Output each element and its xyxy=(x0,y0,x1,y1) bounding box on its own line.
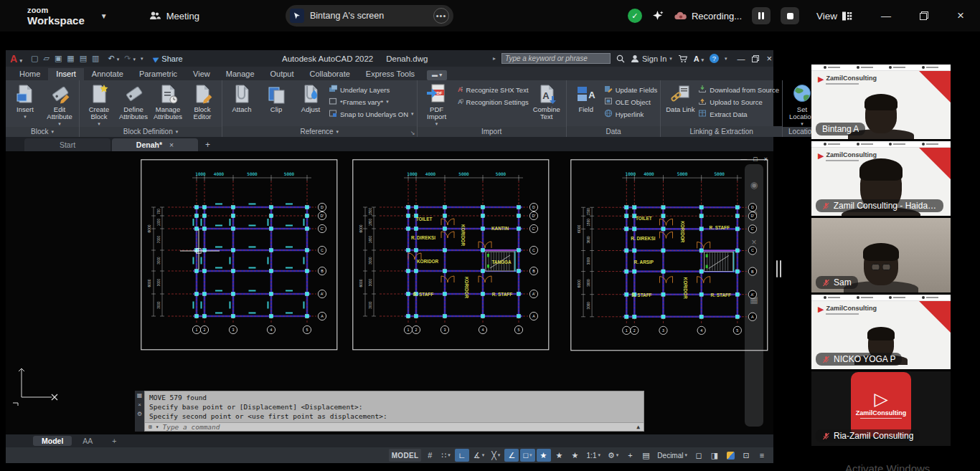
acad-minimize-button[interactable]: — xyxy=(737,54,745,63)
status-annotation-scale[interactable]: 1:1▾ xyxy=(584,449,603,462)
tab-meeting[interactable]: Meeting xyxy=(149,11,199,22)
sign-in-button[interactable]: Sign In ▾ xyxy=(631,54,672,63)
ribbon-button-pdf-import[interactable]: PDFPDF Import▾ xyxy=(420,82,453,127)
status-ortho-mode[interactable]: ∟ xyxy=(455,449,469,462)
ribbon-tab-parametric[interactable]: Parametric xyxy=(131,68,185,80)
pause-recording-button[interactable] xyxy=(752,7,771,24)
command-panel-grip[interactable]: ▦ × ⚙ xyxy=(135,391,144,432)
status-object-snap-tracking[interactable]: ∠ xyxy=(504,449,519,462)
collapse-search-icon[interactable]: ▸ xyxy=(493,55,496,62)
ribbon-button-insert[interactable]: Insert▾ xyxy=(9,82,42,120)
view-button[interactable]: View xyxy=(816,11,852,22)
ribbon-tab-express-tools[interactable]: Express Tools xyxy=(358,68,423,80)
status-annotation-monitor[interactable]: + xyxy=(623,449,637,462)
qat-open-drawing-icon[interactable]: ▱ xyxy=(43,54,49,63)
ribbon-button-define-attributes[interactable]: Define Attributes xyxy=(117,82,150,120)
ribbon-button-download-from-source[interactable]: Download from Source xyxy=(698,85,779,95)
status-workspace-switching[interactable]: ⚙▾ xyxy=(605,449,621,462)
ribbon-tab-annotate[interactable]: Annotate xyxy=(84,68,131,80)
ribbon-button-combine-text[interactable]: ACombine Text xyxy=(530,82,563,120)
dialog-launcher-icon[interactable]: ↘ xyxy=(410,130,415,136)
ribbon-button-field[interactable]: AField xyxy=(570,82,603,113)
ribbon-button-ole-object[interactable]: OLE Object xyxy=(604,97,658,107)
panel-title-3[interactable]: Import xyxy=(418,127,566,137)
file-tab-denah[interactable]: Denah*× xyxy=(112,138,198,151)
status-units[interactable]: Decimal▾ xyxy=(654,449,690,462)
qat-plot-preview-icon[interactable]: ▤ xyxy=(80,54,87,63)
file-tab-close-icon[interactable]: × xyxy=(169,141,174,149)
panel-resize-handle[interactable] xyxy=(776,260,781,277)
ribbon-tab-insert[interactable]: Insert xyxy=(48,68,84,80)
panel-title-4[interactable]: Data xyxy=(567,126,661,137)
undo-button[interactable]: ↶ ▾ xyxy=(108,54,120,63)
status-object-snap[interactable]: □▾ xyxy=(520,449,534,462)
command-scroll-up-icon[interactable]: ▲ xyxy=(636,424,640,430)
help-icon[interactable]: ? xyxy=(710,54,719,63)
participant-tile-zamil-consulting-haidar-[interactable]: ▶ZamilConsultingZamil Consulting - Haida… xyxy=(811,141,951,216)
ai-companion-sparkle-icon[interactable] xyxy=(652,10,664,22)
ribbon-button--frames-vary-[interactable]: *Frames vary*▾ xyxy=(329,97,414,107)
participant-tile-bintang-a[interactable]: ▶ZamilConsultingBintang A xyxy=(811,65,951,139)
zoom-restore-button[interactable] xyxy=(920,11,928,20)
status-quick-properties[interactable]: ◻ xyxy=(692,449,706,462)
status-graphics-performance[interactable] xyxy=(723,449,738,462)
command-line-panel[interactable]: ▦ × ⚙ MOVE 579 foundSpecify base point o… xyxy=(135,391,644,432)
status-units-icon[interactable]: ▤ xyxy=(639,449,653,462)
status-customization-menu[interactable]: ≡ xyxy=(755,449,769,462)
status-clean-screen[interactable]: ⊡ xyxy=(739,449,753,462)
drawing-canvas[interactable]: — □ × ◉ ⊕ × ↻ ▦ ▦ × ⚙ MOVE xyxy=(6,151,773,434)
ribbon-button-underlay-layers[interactable]: Underlay Layers xyxy=(329,85,414,95)
status-annotation-scale-icon[interactable]: ★ xyxy=(568,449,583,462)
share-button[interactable]: ▶ Share xyxy=(154,54,183,63)
acad-restore-button[interactable] xyxy=(752,55,759,62)
status-isolate-objects[interactable]: ◨ xyxy=(707,449,722,462)
participant-tile-nicko-yoga-p[interactable]: ▶ZamilConsultingNICKO YOGA P xyxy=(811,295,951,369)
status-polar-tracking[interactable]: ∡▾ xyxy=(471,449,487,462)
qat-plot-icon[interactable]: ▥ xyxy=(92,54,99,63)
status-annotation-visibility[interactable]: ★ xyxy=(537,449,551,462)
workspace-chevron-icon[interactable]: ▼ xyxy=(100,12,108,20)
ribbon-button-block-editor[interactable]: Block Editor xyxy=(186,82,219,120)
ribbon-button-extract-data[interactable]: Extract Data xyxy=(698,109,779,119)
panel-title-0[interactable]: Block▾ xyxy=(6,127,79,137)
shared-screen-pill[interactable]: Bintang A's screen ••• xyxy=(286,5,453,27)
security-shield-icon[interactable]: ✓ xyxy=(628,9,642,23)
ribbon-button-data-link[interactable]: Data Link xyxy=(664,82,697,113)
ribbon-button-upload-to-source[interactable]: Upload to Source xyxy=(698,97,779,107)
ribbon-button-attach[interactable]: Attach xyxy=(225,82,258,113)
qat-new-drawing-icon[interactable]: ▢ xyxy=(31,54,38,63)
ribbon-tab-view[interactable]: View xyxy=(185,68,218,80)
command-input[interactable]: ⊞ ▾ Type a command ▲ xyxy=(145,422,644,431)
app-store-cart-icon[interactable] xyxy=(678,54,688,63)
ribbon-button-edit-attribute[interactable]: Edit Attribute▾ xyxy=(43,82,76,127)
status-grid-display[interactable]: # xyxy=(423,449,437,462)
ribbon-tab-output[interactable]: Output xyxy=(263,68,302,80)
ribbon-button-clip[interactable]: Clip xyxy=(260,82,293,113)
status-snap-mode[interactable]: ∷▾ xyxy=(438,449,453,462)
qat-customize-icon[interactable]: ▾ xyxy=(141,56,143,62)
ribbon-tab-manage[interactable]: Manage xyxy=(218,68,263,80)
ribbon-button-snap-to-underlays-on[interactable]: Snap to Underlays ON▾ xyxy=(329,109,414,119)
search-input[interactable]: Type a keyword or phrase xyxy=(501,53,611,64)
search-icon[interactable] xyxy=(616,54,625,63)
ribbon-button-recognition-settings[interactable]: ARecognition Settings xyxy=(455,97,529,107)
new-layout-tab-button[interactable]: + xyxy=(103,436,125,446)
panel-title-2[interactable]: Reference▾ xyxy=(222,126,417,137)
autocad-menu-icon[interactable]: A ▾ xyxy=(10,53,22,65)
qat-save-as-icon[interactable]: ▦ xyxy=(67,54,74,63)
status-model-space-toggle[interactable]: MODEL xyxy=(389,449,422,462)
autodesk-logo-icon[interactable]: A ▾ xyxy=(694,54,704,63)
participant-tile-ria-zamil-consulting[interactable]: ▷ZamilConsultingRia-Zamil Consulting xyxy=(811,371,951,446)
file-tab-start[interactable]: Start xyxy=(24,138,110,151)
status-annotation-autoscale[interactable]: ★ xyxy=(552,449,567,462)
screen-options-ellipsis-icon[interactable]: ••• xyxy=(433,8,449,24)
zoom-close-button[interactable]: × xyxy=(957,9,964,23)
ribbon-button-adjust[interactable]: Adjust xyxy=(294,82,327,113)
ribbon-button-hyperlink[interactable]: Hyperlink xyxy=(604,109,658,119)
qat-save-icon[interactable]: ▣ xyxy=(55,54,62,63)
acad-close-button[interactable]: × xyxy=(766,53,772,64)
stop-recording-button[interactable] xyxy=(781,7,799,24)
ribbon-button-create-block[interactable]: Create Block▾ xyxy=(83,82,116,127)
layout-tab-aa[interactable]: AA xyxy=(74,436,101,446)
participant-tile-sam[interactable]: Sam xyxy=(811,218,951,292)
